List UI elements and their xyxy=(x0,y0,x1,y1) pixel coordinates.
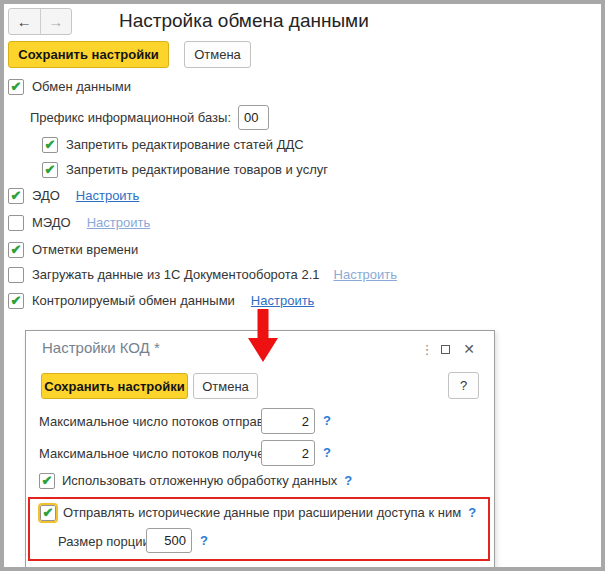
nav-history-group: ← → xyxy=(8,8,72,35)
hint-icon[interactable]: ? xyxy=(200,533,208,548)
field-value: 500 xyxy=(164,533,186,548)
close-icon[interactable]: ✕ xyxy=(460,340,478,358)
checkbox-forbid-dds[interactable]: ✔ xyxy=(42,137,58,153)
dialog-title: Настройки КОД * xyxy=(42,339,160,356)
checkbox-label: Отметки времени xyxy=(32,242,138,257)
checkbox-label: МЭДО xyxy=(32,215,71,230)
configure-link-docflow[interactable]: Настроить xyxy=(334,267,398,282)
dialog-kod-settings: Настройки КОД * ⋮ ✕ Сохранить настройки … xyxy=(25,330,495,567)
checkbox-label: Контролируемый обмен данными xyxy=(32,293,235,308)
red-arrow-annotation xyxy=(247,309,279,363)
hint-icon[interactable]: ? xyxy=(323,413,331,428)
checkbox-label: Запретить редактирование статей ДДС xyxy=(66,137,304,152)
more-menu-icon[interactable]: ⋮ xyxy=(418,340,436,358)
prefix-value: 00 xyxy=(244,110,258,125)
row-forbid-dds: ✔ Запретить редактирование статей ДДС xyxy=(42,136,304,153)
save-settings-button[interactable]: Сохранить настройки xyxy=(8,41,169,68)
row-medo: ✔ МЭДО Настроить xyxy=(8,214,150,231)
check-icon: ✔ xyxy=(11,243,22,256)
check-icon: ✔ xyxy=(42,474,53,487)
checkbox-load-docflow[interactable]: ✔ xyxy=(8,267,24,283)
checkbox-label: Использовать отложенную обработку данных xyxy=(62,473,337,488)
checkbox-label: Загружать данные из 1С Документооборота … xyxy=(32,267,320,282)
configure-link-edo[interactable]: Настроить xyxy=(76,188,140,203)
checkbox-data-exchange[interactable]: ✔ xyxy=(8,79,24,95)
field-label: Максимальное число потоков получения: xyxy=(39,446,289,461)
checkbox-forbid-goods[interactable]: ✔ xyxy=(42,162,58,178)
checkbox-controlled-exchange[interactable]: ✔ xyxy=(8,293,24,309)
portion-size-input[interactable]: 500 xyxy=(146,528,192,553)
forward-icon[interactable]: → xyxy=(41,9,72,34)
hint-icon[interactable]: ? xyxy=(468,505,476,520)
field-value: 2 xyxy=(302,446,309,461)
row-send-historical: ✔ Отправлять исторические данные при рас… xyxy=(40,504,476,521)
maximize-icon[interactable] xyxy=(436,340,454,358)
row-controlled-exchange: ✔ Контролируемый обмен данными Настроить xyxy=(8,292,314,309)
page-title: Настройка обмена данными xyxy=(119,7,369,35)
max-send-threads-input[interactable]: 2 xyxy=(261,408,315,434)
max-send-threads-label-row: Максимальное число потоков отправки: xyxy=(39,413,280,430)
field-value: 2 xyxy=(302,414,309,429)
row-forbid-goods: ✔ Запретить редактирование товаров и усл… xyxy=(42,161,328,178)
row-deferred-processing: ✔ Использовать отложенную обработку данн… xyxy=(39,472,352,489)
max-receive-threads-input[interactable]: 2 xyxy=(261,440,315,466)
row-timestamps: ✔ Отметки времени xyxy=(8,241,138,258)
prefix-input[interactable]: 00 xyxy=(238,105,269,130)
field-label: Максимальное число потоков отправки: xyxy=(39,414,280,429)
max-receive-threads-label-row: Максимальное число потоков получения: xyxy=(39,445,289,462)
check-icon: ✔ xyxy=(43,506,54,519)
field-label: Размер порции: xyxy=(58,534,153,549)
row-infobase-prefix: Префикс информационной базы: xyxy=(30,105,231,130)
checkbox-label: Отправлять исторические данные при расши… xyxy=(63,505,461,520)
hint-icon[interactable]: ? xyxy=(323,445,331,460)
back-icon[interactable]: ← xyxy=(9,9,41,34)
row-data-exchange: ✔ Обмен данными xyxy=(8,78,131,95)
check-icon: ✔ xyxy=(11,189,22,202)
check-icon: ✔ xyxy=(11,294,22,307)
check-icon: ✔ xyxy=(45,138,56,151)
configure-link-controlled[interactable]: Настроить xyxy=(251,293,315,308)
configure-link-medo[interactable]: Настроить xyxy=(87,215,151,230)
checkbox-label: Обмен данными xyxy=(32,79,131,94)
check-icon: ✔ xyxy=(45,163,56,176)
dialog-cancel-button[interactable]: Отмена xyxy=(193,373,258,399)
prefix-label: Префикс информационной базы: xyxy=(30,110,231,125)
checkbox-send-historical[interactable]: ✔ xyxy=(40,505,56,521)
checkbox-medo[interactable]: ✔ xyxy=(8,215,24,231)
row-edo: ✔ ЭДО Настроить xyxy=(8,187,139,204)
checkbox-edo[interactable]: ✔ xyxy=(8,188,24,204)
checkbox-label: ЭДО xyxy=(32,188,60,203)
cancel-button[interactable]: Отмена xyxy=(184,41,251,68)
help-button[interactable]: ? xyxy=(448,372,479,399)
checkbox-label: Запретить редактирование товаров и услуг xyxy=(66,162,328,177)
screenshot-root: ← → Настройка обмена данными Сохранить н… xyxy=(0,0,605,571)
checkbox-timestamps[interactable]: ✔ xyxy=(8,242,24,258)
checkbox-deferred-processing[interactable]: ✔ xyxy=(39,473,55,489)
hint-icon[interactable]: ? xyxy=(344,473,352,488)
check-icon: ✔ xyxy=(11,80,22,93)
portion-size-label-row: Размер порции: xyxy=(58,533,153,550)
row-load-docflow: ✔ Загружать данные из 1С Документооборот… xyxy=(8,266,397,283)
dialog-save-button[interactable]: Сохранить настройки xyxy=(41,373,188,399)
